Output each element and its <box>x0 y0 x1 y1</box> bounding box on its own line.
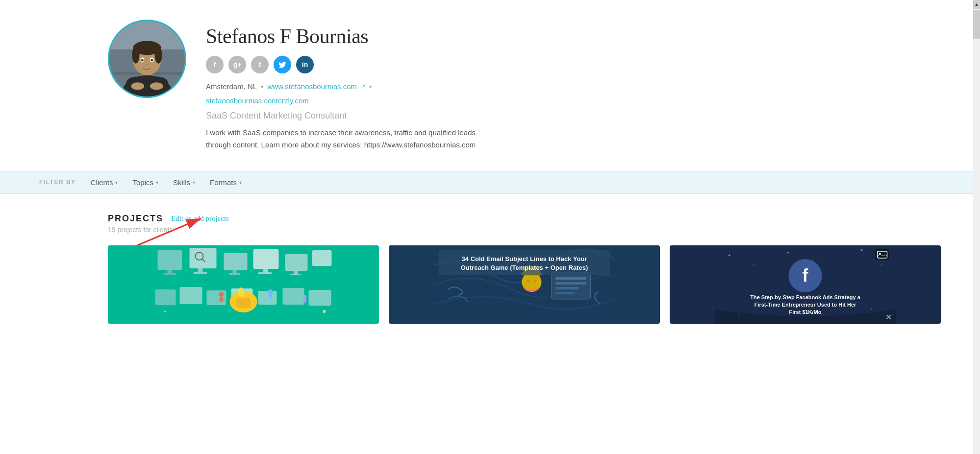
twitter-icon[interactable] <box>274 56 291 73</box>
svg-rect-55 <box>303 299 306 303</box>
googleplus-icon[interactable]: g+ <box>228 56 246 73</box>
svg-rect-31 <box>263 269 268 273</box>
svg-point-52 <box>268 289 273 294</box>
project-card-1[interactable] <box>108 245 379 324</box>
skills-label: Skills <box>173 178 190 187</box>
profile-section: Stefanos F Bournias f g+ t in Amsterdam,… <box>0 0 980 171</box>
clients-dropdown[interactable]: Clients ▾ <box>91 178 118 187</box>
svg-rect-41 <box>258 291 277 305</box>
svg-point-79 <box>861 249 863 251</box>
svg-text:✕: ✕ <box>885 313 892 321</box>
card-image-2: 34 Cold Email Subject Lines to Hack Your… <box>389 245 660 324</box>
svg-point-78 <box>812 260 813 261</box>
svg-point-65 <box>534 279 537 283</box>
social-icons: f g+ t in <box>206 56 941 73</box>
card-image-1 <box>108 245 379 324</box>
svg-point-7 <box>132 47 139 64</box>
skills-dropdown[interactable]: Skills ▾ <box>173 178 195 187</box>
scrollbar-up-button[interactable]: ▲ <box>973 0 980 9</box>
svg-rect-29 <box>229 273 241 275</box>
svg-point-58 <box>323 310 326 313</box>
svg-rect-35 <box>290 274 301 275</box>
filter-by-label: FILTER BY <box>39 179 76 186</box>
svg-rect-37 <box>155 289 176 305</box>
profile-info: Stefanos F Bournias f g+ t in Amsterdam,… <box>206 20 941 151</box>
avatar <box>108 20 186 98</box>
svg-rect-42 <box>283 288 304 305</box>
topics-chevron: ▾ <box>156 180 158 185</box>
location-links: Amsterdam, NL • www.stefanosbournias.com… <box>206 82 941 91</box>
svg-rect-26 <box>194 272 207 274</box>
clients-label: Clients <box>91 178 113 187</box>
svg-rect-28 <box>233 270 237 274</box>
svg-point-8 <box>154 47 162 64</box>
svg-rect-23 <box>164 273 176 275</box>
svg-text:First $1K/Mo: First $1K/Mo <box>789 309 821 315</box>
formats-dropdown[interactable]: Formats ▾ <box>210 178 242 187</box>
svg-rect-53 <box>269 294 272 299</box>
projects-count: 19 projects for clients <box>108 226 941 234</box>
avatar-wrapper <box>108 20 186 98</box>
svg-rect-30 <box>253 249 279 269</box>
website-link[interactable]: www.stefanosbournias.com <box>267 82 357 91</box>
svg-point-59 <box>164 311 166 312</box>
scrollbar[interactable]: ▲ <box>973 0 980 343</box>
svg-rect-22 <box>168 270 173 274</box>
svg-rect-27 <box>224 253 248 270</box>
external-link-icon: ↗ <box>361 83 365 90</box>
clients-chevron: ▾ <box>115 180 118 185</box>
topics-dropdown[interactable]: Topics ▾ <box>132 178 158 187</box>
filter-bar: FILTER BY Clients ▾ Topics ▾ Skills ▾ Fo… <box>0 171 980 194</box>
projects-section: PROJECTS Edit or add projects 19 project… <box>0 194 980 343</box>
svg-rect-69 <box>555 287 579 289</box>
svg-point-54 <box>303 295 307 299</box>
svg-point-17 <box>150 82 163 90</box>
svg-point-64 <box>527 279 530 283</box>
edit-projects-link[interactable]: Edit or add projects <box>171 215 229 223</box>
svg-point-75 <box>729 254 730 256</box>
svg-point-47 <box>238 287 244 297</box>
separator-dot: • <box>261 82 263 91</box>
svg-rect-33 <box>285 254 308 271</box>
profile-title: SaaS Content Marketing Consultant <box>206 111 941 121</box>
svg-point-77 <box>787 252 789 253</box>
formats-chevron: ▾ <box>239 180 242 185</box>
svg-text:34 Cold Email Subject Lines to: 34 Cold Email Subject Lines to Hack Your <box>462 255 587 263</box>
svg-point-16 <box>131 82 144 90</box>
svg-text:Outreach Game (Templates + Ope: Outreach Game (Templates + Open Rates) <box>461 264 588 271</box>
svg-point-11 <box>141 59 144 61</box>
svg-rect-21 <box>158 250 182 270</box>
scrollbar-thumb[interactable] <box>973 10 980 39</box>
svg-rect-39 <box>207 290 226 305</box>
projects-header: PROJECTS Edit or add projects <box>108 214 941 224</box>
projects-title: PROJECTS <box>108 214 163 224</box>
contently-link[interactable]: stefanosbournias.contently.com <box>206 96 941 105</box>
svg-rect-67 <box>555 277 587 280</box>
profile-bio: I work with SaaS companies to increase t… <box>206 127 480 151</box>
project-card-3[interactable]: f The Step-by-Step Facebook Ads Strategy… <box>670 245 941 324</box>
svg-rect-68 <box>555 282 587 285</box>
skills-chevron: ▾ <box>193 180 195 185</box>
svg-point-13 <box>146 64 149 66</box>
card-image-3: f The Step-by-Step Facebook Ads Strategy… <box>670 245 941 324</box>
svg-point-48 <box>219 292 224 297</box>
topics-label: Topics <box>132 178 153 187</box>
projects-grid: 34 Cold Email Subject Lines to Hack Your… <box>108 245 941 324</box>
separator-dot-2: • <box>369 82 372 91</box>
profile-name: Stefanos F Bournias <box>206 24 941 48</box>
svg-rect-25 <box>198 268 203 272</box>
project-card-2[interactable]: 34 Cold Email Subject Lines to Hack Your… <box>389 245 660 324</box>
svg-rect-43 <box>309 290 331 306</box>
linkedin-icon[interactable]: in <box>296 56 314 73</box>
facebook-icon[interactable]: f <box>206 56 224 73</box>
svg-point-76 <box>754 264 754 265</box>
location-text: Amsterdam, NL <box>206 82 257 91</box>
svg-text:f: f <box>803 265 809 286</box>
svg-rect-32 <box>258 272 272 274</box>
svg-rect-38 <box>180 287 202 304</box>
svg-rect-34 <box>294 271 298 274</box>
svg-rect-46 <box>236 298 251 308</box>
svg-rect-36 <box>312 250 332 266</box>
formats-label: Formats <box>210 178 237 187</box>
tumblr-icon[interactable]: t <box>251 56 269 73</box>
